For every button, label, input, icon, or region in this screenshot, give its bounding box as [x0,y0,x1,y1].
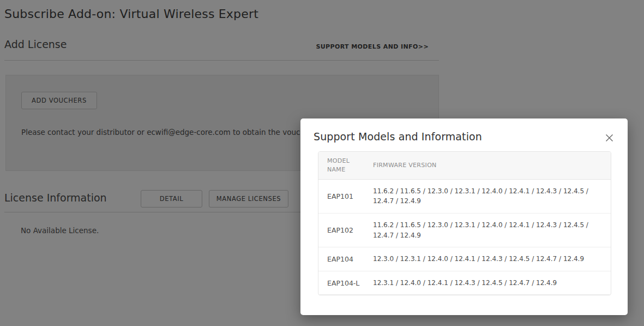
firmware-version-cell: 12.3.0 / 12.3.1 / 12.4.0 / 12.4.1 / 12.4… [373,254,602,264]
modal-title: Support Models and Information [314,131,482,143]
close-icon [605,134,613,142]
support-models-modal: Support Models and Information MODEL NAM… [300,118,628,315]
column-header-model-name: MODEL NAME [327,157,364,174]
model-name-cell: EAP104 [327,255,364,263]
firmware-version-cell: 11.6.2 / 11.6.5 / 12.3.0 / 12.3.1 / 12.4… [373,220,602,240]
model-name-cell: EAP104-L [327,279,364,287]
model-name-cell: EAP101 [327,192,364,200]
table-row: EAP101 11.6.2 / 11.6.5 / 12.3.0 / 12.3.1… [318,180,611,214]
model-name-cell: EAP102 [327,226,364,234]
table-row: EAP104 12.3.0 / 12.3.1 / 12.4.0 / 12.4.1… [318,247,611,271]
close-button[interactable] [603,132,616,144]
table-row: EAP102 11.6.2 / 11.6.5 / 12.3.0 / 12.3.1… [318,214,611,247]
modal-header: Support Models and Information [300,118,628,144]
table-row: EAP104-L 12.3.1 / 12.4.0 / 12.4.1 / 12.4… [318,271,611,295]
firmware-version-cell: 12.3.1 / 12.4.0 / 12.4.1 / 12.4.3 / 12.4… [373,278,602,288]
column-header-firmware-version: FIRMWARE VERSION [373,161,602,170]
firmware-version-cell: 11.6.2 / 11.6.5 / 12.3.0 / 12.3.1 / 12.4… [373,186,602,206]
support-models-table: MODEL NAME FIRMWARE VERSION EAP101 11.6.… [318,151,611,295]
table-header-row: MODEL NAME FIRMWARE VERSION [318,152,611,180]
